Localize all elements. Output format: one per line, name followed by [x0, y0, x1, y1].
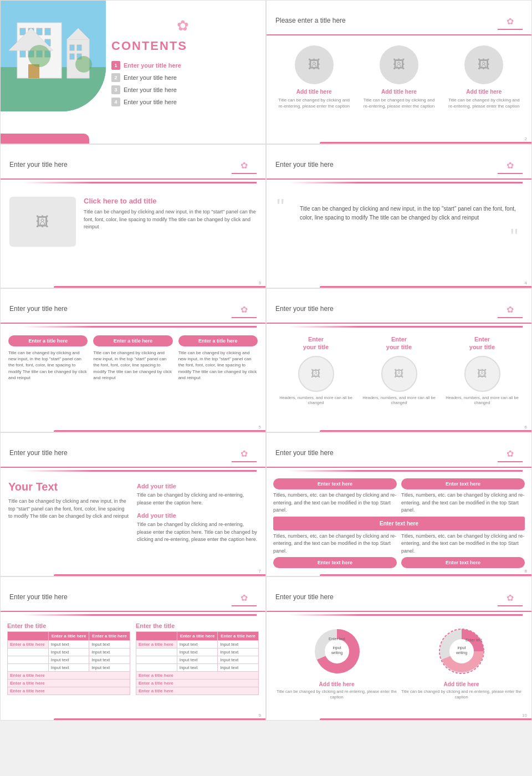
page-number-8: 8 [525, 569, 527, 574]
mini-table-2: Enter a title here Enter a title here En… [136, 631, 259, 695]
three-cols: Enter a title here Title can be changed … [1, 330, 265, 386]
page-number-10: 10 [522, 713, 527, 718]
svg-text:writing: writing [330, 651, 342, 655]
svg-rect-11 [20, 50, 25, 57]
svg-text:input: input [457, 646, 466, 650]
slide-three-images: Please enter a title here ✿ 🖼 Add title … [266, 0, 532, 144]
click-title-3: Click here to add title [84, 197, 257, 205]
th-2-0 [136, 632, 177, 641]
col-3: Enter a title here Title can be changed … [178, 335, 258, 381]
cell-1-1-1: Input text [89, 641, 130, 649]
col-body-1: Title can be changed by clicking and new… [8, 350, 88, 381]
circle-img-1: 🖼 [298, 356, 334, 392]
box-pink-2: Enter text here [401, 478, 525, 489]
img-placeholder-3: 🖼 [464, 45, 503, 84]
flower-icon-8: ✿ [498, 441, 523, 462]
slide-title-7: Enter your title here [9, 449, 68, 457]
grid-row-3-desc: Titles, numbers, etc. can be changed by … [273, 533, 525, 555]
desc-text-4: Titles, numbers, etc. can be changed by … [401, 533, 525, 555]
grid-row-1-desc: Titles, numbers, etc. can be changed by … [273, 492, 525, 514]
contents-item-3-text: Enter your title here [124, 86, 177, 93]
image-box-3: 🖼 [9, 197, 76, 247]
th-1-2: Enter a title here [89, 632, 130, 641]
content-area-3: 🖼 Click here to add title Title can be c… [1, 188, 265, 256]
box-center: Enter text here [273, 517, 525, 530]
box-pink-1: Enter text here [273, 478, 397, 489]
cell-2-1-0: Input text [177, 641, 218, 649]
table-row: Enter a title here [8, 687, 130, 695]
slide-three-cols: Enter your title here ✿ Enter a title he… [0, 288, 266, 432]
images-row: 🖼 Add title here Title can be changed by… [267, 38, 531, 117]
table-row: Enter a title here Input text Input text [8, 641, 130, 649]
slide-circles: Enter your title here ✿ Enter your title… [266, 288, 532, 432]
slide-title-5: Enter your title here [9, 305, 68, 313]
svg-rect-3 [20, 28, 25, 35]
add-title-1: Add your title [137, 483, 258, 489]
accent-line-8 [289, 470, 523, 472]
slide-header: Please enter a title here ✿ [267, 1, 531, 35]
bottom-decoration-9 [54, 718, 265, 720]
row-header-1-3 [8, 656, 49, 664]
row-header-2-7: Enter a title here [136, 687, 259, 695]
bottom-decoration-10 [320, 718, 531, 720]
circle-row: Enter your title 🖼 Headers, numbers, and… [267, 330, 531, 411]
bottom-decoration-6 [320, 430, 531, 432]
svg-text:writing: writing [455, 651, 467, 655]
img-title-2: Add title here [360, 89, 437, 95]
grid-col-1: Enter text here [273, 478, 397, 489]
accent-line-3 [23, 182, 257, 183]
slide-title-9: Enter your title here [9, 593, 68, 601]
bottom-decoration-3 [54, 286, 265, 288]
pie-add-title-1: Add title here [274, 681, 399, 687]
circle-caption-3: Headers, numbers, and more can all be ch… [441, 395, 524, 406]
right-section-7: Add your title Title can be changed by c… [137, 481, 258, 544]
quote-area-4: " Title can be changed by clicking and n… [267, 188, 531, 259]
pie-svg-1: input writing Enter text [309, 624, 365, 679]
table-row: Enter a title here [136, 672, 259, 680]
slide-title-8: Enter your title here [275, 449, 334, 457]
contents-num-4: 4 [111, 98, 120, 106]
svg-text:Enter text: Enter text [466, 638, 482, 642]
quote-open: " [277, 196, 284, 218]
desc-1: Titles, numbers, etc. can be changed by … [273, 492, 397, 514]
table-row: Input text Input text [136, 656, 259, 664]
add-title-2: Add your title [137, 512, 258, 519]
circle-img-3: 🖼 [464, 356, 500, 392]
desc-2: Titles, numbers, etc. can be changed by … [401, 492, 525, 514]
slide-title-6: Enter your title here [275, 305, 334, 313]
flower-icon-10: ✿ [498, 585, 523, 606]
page-number-6: 6 [525, 425, 527, 430]
img-card-3: 🖼 Add title here Title can be changed by… [446, 45, 523, 109]
circle-caption-1: Headers, numbers, and more can all be ch… [274, 395, 357, 406]
building-image [1, 1, 106, 111]
desc-4: Titles, numbers, etc. can be changed by … [401, 533, 525, 555]
slide-tables: Enter your title here ✿ Enter the title … [0, 576, 266, 721]
box-pink-4: Enter text here [401, 557, 525, 568]
accent-line-5 [23, 326, 257, 328]
table-row: Input text Input text [8, 656, 130, 664]
grid-col-b2: Enter text here [401, 557, 525, 568]
contents-item-1-text: Enter your title here [124, 62, 181, 69]
row-header-2-4 [136, 664, 177, 672]
row-header-2-5: Enter a title here [136, 672, 259, 680]
contents-item-1: 1 Enter your title here [111, 61, 254, 70]
cell-2-1-1: Input text [218, 641, 259, 649]
contents-item-4-text: Enter your title here [124, 99, 177, 105]
grid-row-middle: Enter text here [273, 517, 525, 530]
grid-col-2: Enter text here [401, 478, 525, 489]
page-number-3: 3 [259, 280, 261, 285]
circle-title-2: Enter your title [357, 335, 441, 351]
img-caption-1: Title can be changed by clicking and re-… [275, 97, 352, 109]
slide-image-text: Enter your title here ✿ 🖼 Click here to … [0, 144, 266, 288]
contents-item-3: 3 Enter your title here [111, 85, 254, 94]
contents-num-3: 3 [111, 85, 120, 94]
slide-quote: Enter your title here ✿ " Title can be c… [266, 144, 532, 288]
grid-boxes-area: Enter text here Enter text here Titles, … [267, 474, 531, 573]
circle-3: Enter your title 🖼 Headers, numbers, and… [441, 335, 524, 406]
cell-1-2-0: Input text [48, 649, 89, 656]
img-caption-2: Title can be changed by clicking and re-… [360, 97, 437, 109]
row-header-2-6: Enter a title here [136, 680, 259, 687]
col-2: Enter a title here Title can be changed … [93, 335, 172, 381]
contents-item-4: 4 Enter your title here [111, 98, 254, 106]
mini-table-1: Enter a title here Enter a title here En… [7, 631, 130, 695]
